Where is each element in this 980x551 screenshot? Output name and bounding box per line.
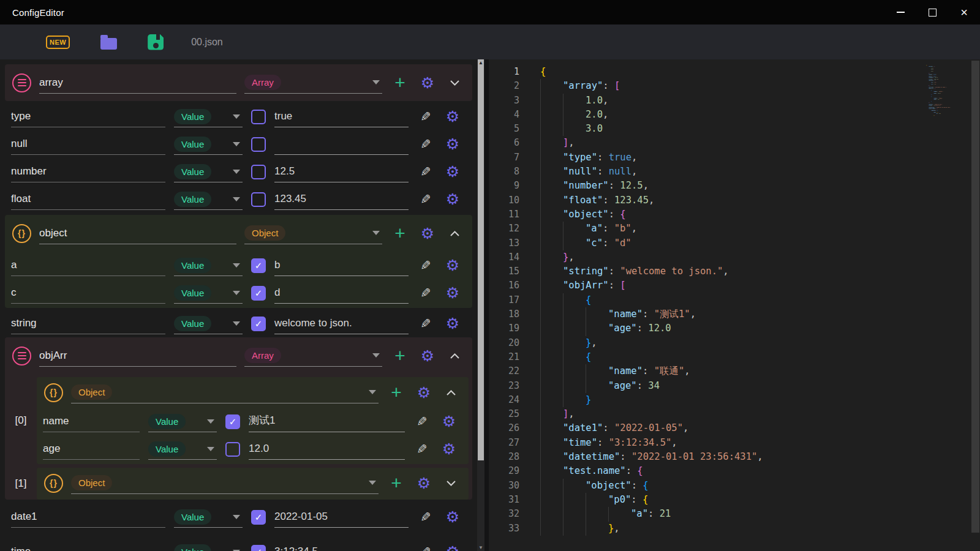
- code-line[interactable]: 53.0: [489, 122, 980, 136]
- save-button[interactable]: [148, 34, 164, 50]
- code-line[interactable]: 14},: [489, 250, 980, 264]
- type-select[interactable]: Value: [174, 542, 243, 551]
- type-select[interactable]: Value: [174, 189, 243, 210]
- value-checkbox[interactable]: [251, 192, 266, 207]
- type-select[interactable]: Value: [174, 134, 243, 155]
- value-input[interactable]: 测试1: [249, 411, 405, 432]
- edit-pencil-icon[interactable]: ✎: [417, 258, 434, 273]
- left-panel-scrollbar[interactable]: ▲ ▼: [477, 59, 484, 551]
- value-input[interactable]: welcome to json.: [274, 313, 409, 334]
- key-name-input[interactable]: objArr: [39, 345, 236, 367]
- type-select[interactable]: Object: [71, 472, 379, 494]
- group-settings-gear-icon[interactable]: ⚙: [418, 225, 437, 242]
- code-line[interactable]: 6],: [489, 136, 980, 150]
- add-item-button[interactable]: +: [390, 73, 410, 92]
- dropdown-caret-icon[interactable]: [233, 321, 240, 326]
- field-key-input[interactable]: date1: [11, 507, 165, 528]
- minimap[interactable]: {"array": [1.0,2.0,3.0],"type": true,"nu…: [926, 64, 964, 174]
- code-editor-panel[interactable]: 1{2"array": [31.0,42.0,53.06],7"type": t…: [489, 59, 980, 551]
- dropdown-caret-icon[interactable]: [233, 142, 240, 146]
- code-line[interactable]: 25],: [489, 407, 980, 421]
- code-line[interactable]: 24}: [489, 393, 980, 407]
- chevron-up-icon[interactable]: [445, 353, 464, 359]
- type-select[interactable]: Value: [174, 255, 243, 276]
- dropdown-caret-icon[interactable]: [372, 231, 380, 235]
- field-key-input[interactable]: time: [11, 542, 165, 551]
- code-line[interactable]: 13"c": "d": [489, 236, 980, 250]
- dropdown-caret-icon[interactable]: [369, 390, 376, 394]
- value-input[interactable]: 3:12:34.5: [274, 542, 409, 551]
- field-key-input[interactable]: name: [43, 411, 140, 432]
- code-line[interactable]: 2"array": [: [489, 79, 980, 93]
- row-settings-gear-icon[interactable]: ⚙: [443, 108, 462, 126]
- group-settings-gear-icon[interactable]: ⚙: [414, 384, 434, 402]
- code-line[interactable]: 10"float": 123.45,: [489, 193, 980, 208]
- edit-pencil-icon[interactable]: ✎: [417, 110, 434, 124]
- field-key-input[interactable]: null: [11, 134, 165, 155]
- minimize-button[interactable]: [884, 0, 916, 24]
- field-key-input[interactable]: age: [43, 439, 140, 460]
- value-input[interactable]: true: [274, 107, 409, 127]
- chevron-up-icon[interactable]: [445, 230, 464, 237]
- open-file-button[interactable]: [100, 35, 117, 50]
- code-line[interactable]: 31.0,: [489, 94, 980, 108]
- edit-pencil-icon[interactable]: ✎: [417, 192, 434, 207]
- code-line[interactable]: 7"type": true,: [489, 151, 980, 165]
- type-select[interactable]: Array: [244, 72, 382, 94]
- row-settings-gear-icon[interactable]: ⚙: [443, 257, 462, 274]
- chevron-down-icon[interactable]: [445, 80, 464, 86]
- dropdown-caret-icon[interactable]: [207, 419, 214, 424]
- row-settings-gear-icon[interactable]: ⚙: [443, 135, 462, 153]
- add-item-button[interactable]: +: [390, 347, 410, 365]
- row-settings-gear-icon[interactable]: ⚙: [443, 284, 462, 302]
- field-key-input[interactable]: float: [11, 189, 165, 210]
- field-key-input[interactable]: a: [11, 255, 165, 276]
- value-checkbox[interactable]: [251, 165, 266, 179]
- code-line[interactable]: 21{: [489, 350, 980, 364]
- code-line[interactable]: 31"p0": {: [489, 493, 980, 507]
- code-line[interactable]: 1{: [489, 65, 980, 79]
- dropdown-caret-icon[interactable]: [233, 263, 240, 268]
- row-settings-gear-icon[interactable]: ⚙: [443, 190, 462, 208]
- dropdown-caret-icon[interactable]: [233, 197, 240, 201]
- type-select[interactable]: Object: [244, 222, 382, 244]
- type-select[interactable]: Value: [174, 162, 243, 182]
- value-input[interactable]: [274, 134, 409, 155]
- code-line[interactable]: 32"a": 21: [489, 507, 980, 521]
- scroll-up-icon[interactable]: ▲: [477, 60, 484, 66]
- code-line[interactable]: 30"object": {: [489, 479, 980, 493]
- dropdown-caret-icon[interactable]: [372, 80, 380, 84]
- value-checkbox[interactable]: [251, 110, 266, 124]
- value-checkbox[interactable]: ✓: [251, 545, 266, 551]
- code-line[interactable]: 19"age": 12.0: [489, 321, 980, 335]
- value-checkbox[interactable]: ✓: [251, 317, 266, 331]
- value-checkbox[interactable]: [251, 137, 266, 152]
- code-line[interactable]: 26"date1": "2022-01-05",: [489, 421, 980, 435]
- edit-pencil-icon[interactable]: ✎: [417, 165, 434, 179]
- edit-pencil-icon[interactable]: ✎: [417, 545, 434, 551]
- chevron-up-icon[interactable]: [442, 389, 460, 396]
- code-line[interactable]: 11"object": {: [489, 208, 980, 222]
- code-line[interactable]: 8"null": null,: [489, 165, 980, 179]
- scroll-down-icon[interactable]: ▼: [477, 545, 484, 550]
- type-select[interactable]: Value: [148, 411, 217, 432]
- value-checkbox[interactable]: ✓: [225, 414, 240, 429]
- code-line[interactable]: 28"datetime": "2022-01-01 23:56:431",: [489, 450, 980, 464]
- chevron-down-icon[interactable]: [442, 480, 460, 487]
- row-settings-gear-icon[interactable]: ⚙: [443, 163, 462, 181]
- row-settings-gear-icon[interactable]: ⚙: [439, 440, 459, 458]
- type-select[interactable]: Value: [174, 107, 243, 127]
- scrollbar-thumb[interactable]: [478, 59, 484, 460]
- code-line[interactable]: 12"a": "b",: [489, 222, 980, 236]
- code-line[interactable]: 18"name": "测试1",: [489, 307, 980, 321]
- edit-pencil-icon[interactable]: ✎: [413, 442, 431, 457]
- value-input[interactable]: b: [274, 255, 409, 276]
- value-input[interactable]: 123.45: [274, 189, 409, 210]
- code-line[interactable]: 27"time": "3:12:34.5",: [489, 436, 980, 450]
- value-input[interactable]: d: [274, 283, 409, 304]
- code-line[interactable]: 42.0,: [489, 108, 980, 122]
- code-line[interactable]: 16"objArr": [: [489, 279, 980, 293]
- code-line[interactable]: 15"string": "welcome to json.",: [489, 264, 980, 279]
- add-item-button[interactable]: +: [386, 474, 406, 492]
- maximize-button[interactable]: [916, 0, 948, 24]
